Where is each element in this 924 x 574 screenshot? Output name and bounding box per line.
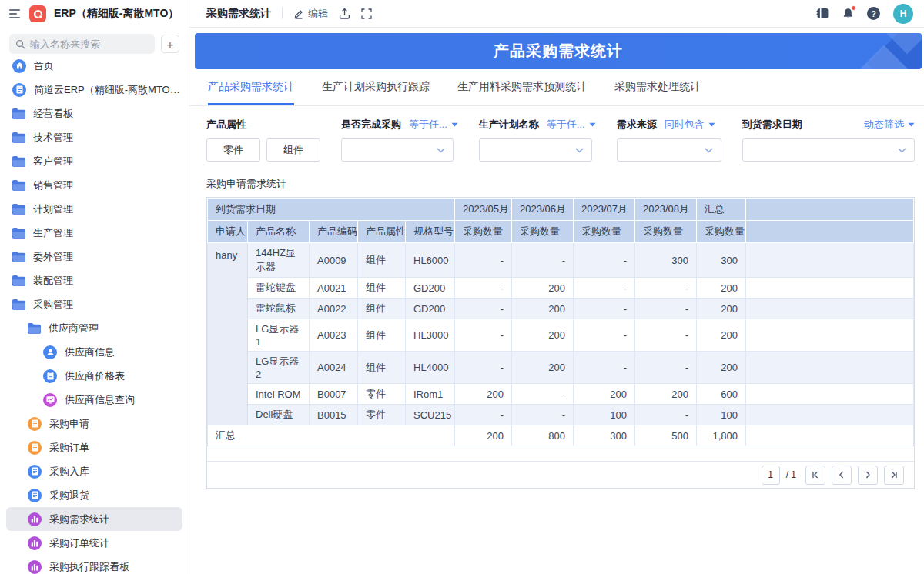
sidebar-item-采购订单统计[interactable]: 采购订单统计 bbox=[6, 531, 182, 555]
cell-filler bbox=[746, 319, 914, 352]
sidebar-item-label: 供应商管理 bbox=[49, 322, 99, 335]
avatar[interactable]: H bbox=[893, 4, 913, 24]
sidebar-item-供应商信息查询[interactable]: 供应商信息查询 bbox=[6, 388, 182, 412]
folder-icon bbox=[12, 252, 25, 262]
sidebar-item-首页[interactable]: 首页 bbox=[6, 57, 182, 78]
folder-icon bbox=[12, 156, 25, 167]
filter-select[interactable] bbox=[617, 138, 721, 162]
filter-operator-dropdown[interactable]: 同时包含 bbox=[665, 118, 715, 132]
cell-product-name: 雷蛇鼠标 bbox=[248, 299, 310, 319]
sidebar-item-供应商管理[interactable]: 供应商管理 bbox=[6, 316, 182, 340]
sidebar-item-采购入库[interactable]: 采购入库 bbox=[6, 459, 182, 483]
user-icon bbox=[43, 345, 57, 359]
filter-是否完成采购: 是否完成采购等于任... bbox=[341, 118, 458, 162]
page-number-input[interactable] bbox=[762, 466, 780, 485]
cell-quantity: 600 bbox=[697, 384, 746, 405]
header-corner: 到货需求日期 bbox=[208, 199, 455, 221]
folder-icon bbox=[12, 275, 25, 286]
cell-quantity: - bbox=[455, 352, 512, 384]
header-field: 产品编码 bbox=[310, 221, 358, 243]
sidebar-item-label: 简道云ERP（精细版-离散MTO）「... bbox=[34, 83, 182, 97]
app-window: ERP（精细版-离散MTO） + 首页简道云ERP（精细版-离散MTO）「...… bbox=[0, 0, 924, 574]
prev-page-button[interactable] bbox=[832, 466, 852, 485]
sidebar-item-采购需求统计[interactable]: 采购需求统计 bbox=[6, 507, 182, 531]
sidebar-item-label: 供应商信息 bbox=[65, 345, 115, 359]
sidebar-item-label: 客户管理 bbox=[33, 155, 73, 169]
cell-quantity: 200 bbox=[512, 352, 574, 384]
cell-product-attr: 组件 bbox=[358, 352, 406, 384]
cell-product-code: A0021 bbox=[310, 278, 358, 299]
sidebar-item-销售管理[interactable]: 销售管理 bbox=[6, 173, 182, 197]
last-page-button[interactable] bbox=[884, 466, 904, 485]
filter-operator-dropdown[interactable]: 动态筛选 bbox=[864, 118, 915, 132]
cell-product-code: B0007 bbox=[310, 384, 358, 405]
app-title: ERP（精细版-离散MTO） bbox=[54, 7, 179, 21]
filter-option-组件[interactable]: 组件 bbox=[266, 138, 320, 162]
sidebar-item-经营看板[interactable]: 经营看板 bbox=[6, 102, 182, 125]
tab-生产用料采购需求预测统计[interactable]: 生产用料采购需求预测统计 bbox=[457, 69, 587, 105]
filter-select[interactable] bbox=[479, 138, 592, 162]
table-head: 到货需求日期2023/05月2023/06月2023/07月2023/08月汇总… bbox=[208, 199, 914, 243]
sidebar-item-采购执行跟踪看板[interactable]: 采购执行跟踪看板 bbox=[6, 555, 182, 574]
search-input[interactable] bbox=[30, 38, 149, 50]
next-page-button[interactable] bbox=[858, 466, 878, 485]
sidebar-item-计划管理[interactable]: 计划管理 bbox=[6, 197, 182, 221]
sidebar-item-采购管理[interactable]: 采购管理 bbox=[6, 292, 182, 316]
folder-icon bbox=[12, 299, 25, 310]
sidebar-item-简道云ERP（精细版-离散MTO）「...[interactable]: 简道云ERP（精细版-离散MTO）「... bbox=[6, 78, 182, 102]
export-icon[interactable] bbox=[339, 8, 350, 19]
sidebar-item-客户管理[interactable]: 客户管理 bbox=[6, 149, 182, 173]
sidebar-item-采购订单[interactable]: 采购订单 bbox=[6, 436, 182, 459]
chevron-down-icon bbox=[437, 148, 445, 153]
filter-select[interactable] bbox=[341, 138, 454, 162]
sidebar-item-label: 装配管理 bbox=[33, 274, 73, 288]
header-field: 采购数量 bbox=[574, 221, 635, 243]
search-box[interactable] bbox=[9, 34, 155, 54]
page-total: / 1 bbox=[786, 469, 796, 480]
hamburger-menu-icon[interactable] bbox=[9, 9, 22, 18]
tab-生产计划采购执行跟踪[interactable]: 生产计划采购执行跟踪 bbox=[322, 69, 430, 105]
summary-quantity: 300 bbox=[574, 425, 635, 446]
filter-select[interactable] bbox=[742, 138, 915, 162]
table-row: hany144HZ显示器A0009组件HL6000---300300 bbox=[208, 243, 914, 278]
table-row: LG显示器2A0024组件HL4000-200--200 bbox=[208, 352, 914, 384]
filter-label: 到货需求日期 bbox=[742, 118, 802, 132]
sidebar-item-供应商价格表[interactable]: 供应商价格表 bbox=[6, 364, 182, 388]
sidebar-item-采购申请[interactable]: 采购申请 bbox=[6, 412, 182, 436]
notification-bell-icon[interactable] bbox=[842, 8, 854, 19]
fullscreen-icon[interactable] bbox=[361, 8, 372, 19]
header-month: 2023/08月 bbox=[635, 199, 697, 221]
sidebar-item-采购退货[interactable]: 采购退货 bbox=[6, 483, 182, 507]
cell-quantity: 200 bbox=[512, 299, 574, 319]
cell-quantity: 100 bbox=[574, 405, 635, 425]
sidebar-item-装配管理[interactable]: 装配管理 bbox=[6, 269, 182, 292]
sidebar-item-供应商信息[interactable]: 供应商信息 bbox=[6, 340, 182, 364]
tab-产品采购需求统计[interactable]: 产品采购需求统计 bbox=[208, 69, 294, 105]
divider bbox=[282, 8, 283, 19]
sidebar-item-label: 销售管理 bbox=[33, 179, 73, 192]
caret-down-icon bbox=[451, 122, 458, 127]
cell-quantity: 200 bbox=[455, 384, 512, 405]
table-container: 到货需求日期2023/05月2023/06月2023/07月2023/08月汇总… bbox=[206, 197, 915, 489]
address-book-icon[interactable] bbox=[816, 8, 829, 19]
filter-option-零件[interactable]: 零件 bbox=[206, 138, 260, 162]
filter-生产计划名称: 生产计划名称等于任... bbox=[479, 118, 596, 162]
add-button[interactable]: + bbox=[161, 35, 179, 53]
sidebar-item-生产管理[interactable]: 生产管理 bbox=[6, 221, 182, 245]
banner-title: 产品采购需求统计 bbox=[494, 41, 623, 62]
header-field: 规格型号 bbox=[406, 221, 455, 243]
header-month: 2023/07月 bbox=[574, 199, 635, 221]
cell-product-name: Intel ROM bbox=[248, 384, 310, 405]
sidebar-item-技术管理[interactable]: 技术管理 bbox=[6, 125, 182, 149]
filter-operator-dropdown[interactable]: 等于任... bbox=[409, 118, 458, 132]
folder-icon bbox=[28, 323, 41, 334]
first-page-button[interactable] bbox=[805, 466, 825, 485]
sidebar-item-委外管理[interactable]: 委外管理 bbox=[6, 245, 182, 269]
cell-quantity: 300 bbox=[697, 243, 746, 278]
edit-button[interactable]: 编辑 bbox=[293, 7, 328, 21]
filter-operator-dropdown[interactable]: 等于任... bbox=[547, 118, 596, 132]
cell-quantity: - bbox=[455, 319, 512, 352]
tab-采购需求处理统计[interactable]: 采购需求处理统计 bbox=[614, 69, 701, 105]
cell-quantity: 200 bbox=[512, 319, 574, 352]
help-icon[interactable]: ? bbox=[867, 7, 880, 20]
